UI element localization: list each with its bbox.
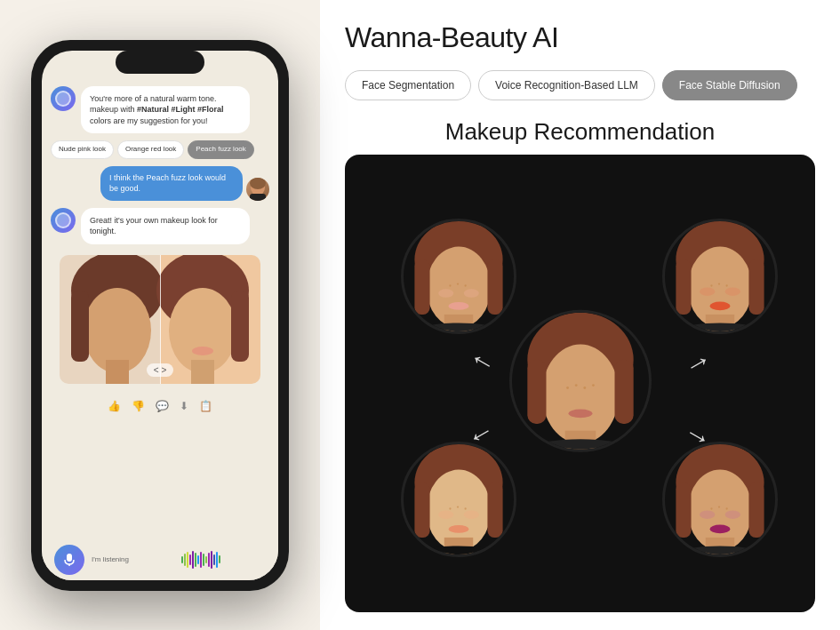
- ai-avatar-2: [51, 208, 76, 233]
- thumbs-down-icon[interactable]: 👎: [132, 400, 145, 412]
- svg-point-18: [566, 387, 569, 389]
- chip-nude-pink[interactable]: Nude pink look: [51, 140, 114, 158]
- tab-face-segmentation[interactable]: Face Segmentation: [345, 70, 471, 100]
- toolbar: 👍 👎 💬 ⬇ 📋: [51, 395, 269, 418]
- download-icon[interactable]: ⬇: [180, 400, 188, 412]
- svg-point-48: [725, 284, 727, 286]
- svg-rect-39: [676, 259, 691, 315]
- svg-point-23: [533, 439, 628, 450]
- svg-rect-6: [106, 360, 129, 384]
- svg-point-15: [541, 344, 619, 443]
- svg-rect-52: [488, 482, 503, 538]
- svg-point-19: [574, 384, 577, 387]
- face-top-left: Nude Pink Look: [401, 219, 516, 334]
- chat-area: You're more of a natural warm tone. make…: [42, 51, 278, 539]
- tab-voice-recognition[interactable]: Voice Recognition-Based LLM: [478, 70, 655, 100]
- phone-screen: You're more of a natural warm tone. make…: [42, 51, 278, 580]
- ai-message-row-2: Great! it's your own makeup look for ton…: [51, 208, 269, 244]
- svg-point-60: [465, 508, 467, 510]
- face-bottom-right: Red Purple Look: [662, 442, 778, 557]
- svg-rect-9: [231, 291, 249, 362]
- svg-point-45: [682, 323, 758, 332]
- svg-point-59: [457, 506, 459, 508]
- ai-bubble-2: Great! it's your own makeup look for ton…: [81, 208, 250, 244]
- svg-point-31: [464, 289, 479, 298]
- svg-point-55: [464, 511, 479, 520]
- svg-rect-63: [676, 482, 691, 538]
- svg-rect-5: [71, 291, 89, 362]
- svg-point-35: [457, 283, 459, 285]
- comment-icon[interactable]: 💬: [156, 400, 169, 412]
- ai-message-text: You're more of a natural warm tone. make…: [90, 94, 224, 125]
- arrow-top-left: →: [460, 342, 501, 385]
- chip-orange-red[interactable]: Orange red look: [117, 140, 184, 158]
- svg-point-42: [700, 287, 715, 296]
- svg-point-43: [724, 287, 740, 296]
- svg-point-30: [439, 289, 454, 298]
- section-title: Makeup Recommendation: [345, 118, 815, 146]
- face-center: [509, 309, 652, 451]
- ai-reply-text: Great! it's your own makeup look for ton…: [90, 216, 218, 236]
- tabs: Face Segmentation Voice Recognition-Base…: [345, 70, 815, 100]
- svg-rect-10: [191, 360, 214, 384]
- suggestion-chips: Nude pink look Orange red look Peach fuz…: [51, 140, 269, 158]
- phone-frame: You're more of a natural warm tone. make…: [31, 40, 289, 591]
- tab-face-diffusion[interactable]: Face Stable Diffusion: [662, 70, 797, 100]
- svg-point-71: [718, 506, 720, 508]
- ai-bubble-1: You're more of a natural warm tone. make…: [81, 86, 250, 134]
- svg-rect-2: [250, 194, 266, 201]
- user-bubble: I think the Peach fuzz look would be goo…: [100, 166, 243, 201]
- svg-point-34: [450, 284, 452, 286]
- svg-point-72: [725, 508, 727, 510]
- face-bottom-left: Peach Fuzz Look: [401, 442, 516, 557]
- svg-point-46: [710, 284, 712, 286]
- svg-rect-12: [67, 554, 72, 562]
- svg-point-29: [449, 302, 469, 310]
- svg-rect-28: [488, 259, 503, 315]
- share-icon[interactable]: 📋: [199, 400, 212, 412]
- svg-point-58: [450, 508, 452, 510]
- bottom-bar: I'm listening: [42, 539, 278, 580]
- svg-point-20: [583, 387, 586, 389]
- waveform: [136, 549, 266, 570]
- comparison-arrows[interactable]: < >: [147, 363, 173, 377]
- svg-point-65: [709, 525, 730, 534]
- svg-rect-27: [415, 259, 430, 315]
- ai-message-row-1: You're more of a natural warm tone. make…: [51, 86, 269, 134]
- svg-point-47: [718, 283, 720, 285]
- svg-point-36: [465, 284, 467, 286]
- svg-point-69: [682, 546, 758, 555]
- right-panel: Wanna-Beauty AI Face Segmentation Voice …: [320, 0, 840, 630]
- user-avatar: [246, 178, 269, 201]
- app-title: Wanna-Beauty AI: [345, 21, 815, 54]
- ai-avatar: [51, 86, 76, 111]
- svg-point-11: [192, 347, 213, 355]
- mic-button[interactable]: [54, 545, 84, 575]
- svg-rect-64: [748, 482, 764, 538]
- svg-point-53: [449, 525, 469, 533]
- svg-point-66: [700, 511, 715, 520]
- face-top-right: Orange Red Look: [662, 219, 778, 334]
- svg-point-24: [568, 409, 592, 418]
- arrow-top-right: →: [677, 342, 718, 385]
- makeup-visualization: Nude Pink Look Orange Red Look: [345, 155, 815, 612]
- ai-avatar-inner-2: [55, 212, 71, 228]
- phone-notch: [116, 51, 204, 74]
- chip-peach-fuzz[interactable]: Peach fuzz look: [188, 140, 253, 158]
- svg-rect-17: [614, 359, 633, 423]
- svg-point-33: [421, 323, 498, 332]
- user-message-row: I think the Peach fuzz look would be goo…: [51, 166, 269, 201]
- svg-point-41: [709, 302, 730, 311]
- listening-label: I'm listening: [92, 555, 129, 563]
- left-panel: You're more of a natural warm tone. make…: [0, 0, 320, 630]
- thumbs-up-icon[interactable]: 👍: [108, 400, 121, 412]
- svg-rect-16: [527, 359, 546, 423]
- svg-point-21: [591, 384, 594, 387]
- comparison-image: < >: [60, 255, 260, 384]
- svg-point-57: [421, 546, 498, 555]
- svg-rect-40: [748, 259, 764, 315]
- svg-rect-51: [415, 482, 430, 538]
- user-message-text: I think the Peach fuzz look would be goo…: [109, 173, 226, 194]
- svg-point-67: [724, 511, 740, 520]
- svg-point-54: [439, 511, 454, 520]
